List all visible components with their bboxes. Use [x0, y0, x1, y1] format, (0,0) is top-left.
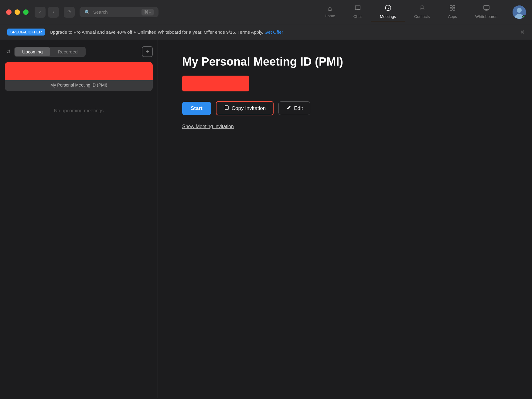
search-bar[interactable]: 🔍 Search ⌘F [80, 7, 159, 17]
action-buttons: Start Copy Invitation Edit [182, 101, 508, 115]
banner-get-offer-link[interactable]: Get Offer [264, 29, 283, 35]
nav-items: ⌂ Home Chat Meetings [315, 3, 506, 21]
edit-button[interactable]: Edit [278, 101, 310, 115]
svg-rect-4 [450, 8, 452, 10]
search-shortcut: ⌘F [142, 9, 154, 15]
right-panel: My Personal Meeting ID (PMI) Start Copy … [158, 40, 532, 398]
close-button[interactable] [6, 9, 12, 15]
online-status-dot [522, 15, 525, 18]
banner-close-button[interactable]: ✕ [520, 29, 525, 36]
nav-item-contacts[interactable]: Contacts [405, 3, 439, 21]
meeting-card-image [5, 62, 153, 80]
meeting-id-redacted [182, 76, 249, 91]
banner-text: Upgrade to Pro Annual and save 40% off +… [50, 29, 510, 35]
chat-icon [354, 5, 361, 13]
nav-item-home-label: Home [325, 14, 335, 18]
refresh-button[interactable]: ↺ [5, 47, 12, 56]
svg-rect-3 [453, 5, 455, 8]
svg-point-1 [421, 6, 423, 8]
main-content: ↺ Upcoming Recorded + My Personal Meetin… [0, 40, 532, 398]
forward-button[interactable]: › [48, 7, 59, 18]
meeting-title: My Personal Meeting ID (PMI) [182, 55, 508, 68]
tab-group: Upcoming Recorded [14, 47, 86, 57]
apps-icon [449, 5, 456, 13]
svg-rect-2 [450, 5, 452, 8]
nav-item-chat-label: Chat [353, 14, 362, 19]
nav-item-whiteboards-label: Whiteboards [475, 14, 497, 19]
show-invitation-link[interactable]: Show Meeting Invitation [182, 124, 508, 129]
meeting-card-title: My Personal Meeting ID (PMI) [5, 80, 153, 91]
svg-rect-5 [453, 8, 455, 10]
search-icon: 🔍 [84, 9, 90, 15]
edit-icon [286, 105, 292, 112]
nav-item-whiteboards[interactable]: Whiteboards [466, 3, 506, 21]
special-offer-banner: SPECIAL OFFER Upgrade to Pro Annual and … [0, 24, 532, 40]
traffic-lights [6, 9, 29, 15]
nav-item-apps[interactable]: Apps [439, 3, 466, 21]
special-offer-badge: SPECIAL OFFER [7, 29, 45, 36]
svg-point-8 [517, 8, 522, 13]
nav-item-chat[interactable]: Chat [344, 3, 371, 21]
titlebar: ‹ › ⟳ 🔍 Search ⌘F ⌂ Home Chat [0, 0, 532, 24]
tab-recorded[interactable]: Recorded [51, 47, 85, 56]
svg-rect-10 [225, 106, 228, 110]
start-button[interactable]: Start [182, 102, 211, 115]
minimize-button[interactable] [15, 9, 20, 15]
left-panel: ↺ Upcoming Recorded + My Personal Meetin… [0, 40, 158, 398]
nav-arrows: ‹ › [35, 7, 59, 18]
nav-item-meetings[interactable]: Meetings [371, 3, 405, 21]
history-button[interactable]: ⟳ [64, 7, 75, 18]
whiteboards-icon [483, 5, 490, 13]
back-button[interactable]: ‹ [35, 7, 46, 18]
nav-item-home[interactable]: ⌂ Home [315, 3, 344, 21]
nav-item-contacts-label: Contacts [414, 14, 430, 19]
search-placeholder: Search [93, 9, 108, 15]
copy-icon [224, 105, 229, 112]
maximize-button[interactable] [23, 9, 29, 15]
home-icon: ⌂ [328, 5, 332, 12]
nav-item-meetings-label: Meetings [380, 14, 396, 19]
svg-rect-6 [484, 5, 489, 9]
contacts-icon [419, 5, 425, 13]
nav-item-apps-label: Apps [448, 14, 457, 19]
meeting-card-pmi[interactable]: My Personal Meeting ID (PMI) [5, 62, 153, 91]
no-meetings-label: No upcoming meetings [5, 108, 153, 114]
copy-invitation-button[interactable]: Copy Invitation [216, 101, 274, 115]
meetings-icon [385, 5, 391, 13]
tab-upcoming[interactable]: Upcoming [15, 47, 50, 56]
tabs-row: ↺ Upcoming Recorded + [5, 46, 153, 57]
avatar[interactable] [513, 5, 526, 19]
add-meeting-button[interactable]: + [142, 46, 153, 57]
